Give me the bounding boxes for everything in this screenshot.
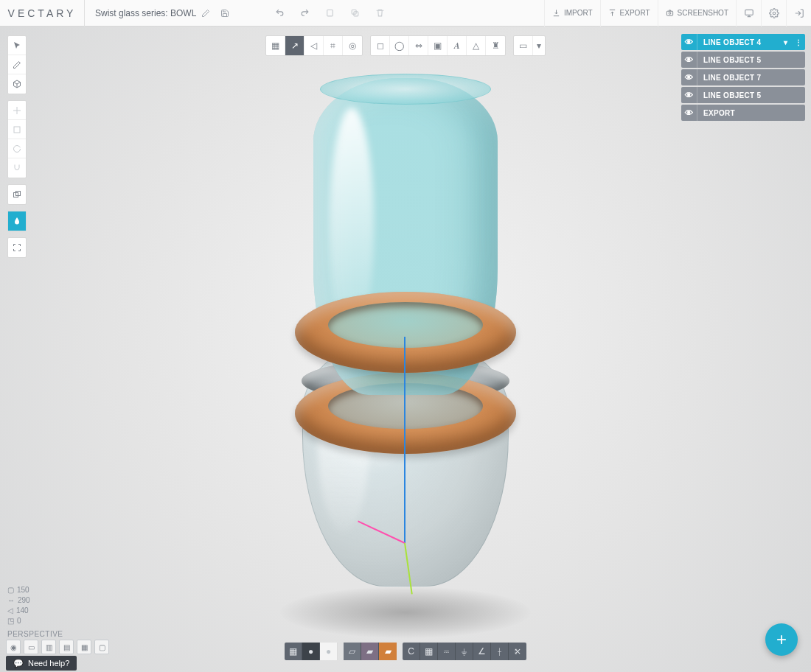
scene-row-3[interactable]: 👁 LINE OBJECT 5	[681, 87, 805, 103]
tc2-marquee[interactable]: ◻	[371, 36, 390, 55]
scale-tool[interactable]	[8, 120, 26, 139]
bc-group-3: C ▦ ⎓ ⏚ ∠ ⟊ ⤪	[403, 643, 526, 660]
pen-tool[interactable]	[8, 55, 26, 74]
left-tool-group-3	[7, 184, 27, 205]
viewport-3d[interactable]	[0, 27, 811, 672]
visibility-icon[interactable]: 👁	[681, 105, 697, 121]
save-icon[interactable]	[215, 4, 234, 23]
redo-icon[interactable]	[292, 0, 317, 27]
svg-point-4	[669, 13, 671, 15]
scene-panel: 👁 LINE OBJECT 4 ▾ ⋮ 👁 LINE OBJECT 5 👁 LI…	[681, 34, 805, 121]
projection-label: PERSPECTIVE	[7, 630, 63, 638]
bc-group-1: ▦ ● ●	[285, 643, 338, 660]
focus-tool[interactable]	[8, 238, 26, 257]
upload-icon	[608, 9, 616, 17]
scene-row-0[interactable]: 👁 LINE OBJECT 4 ▾ ⋮	[681, 34, 805, 50]
topbar: VECTARY Swist glass series: BOWL IMPORT …	[0, 0, 811, 27]
move-tool[interactable]	[8, 101, 26, 120]
svg-rect-5	[745, 10, 753, 15]
scene-row-4[interactable]: 👁 EXPORT	[681, 105, 805, 121]
display-icon[interactable]	[736, 0, 761, 27]
camera-icon	[666, 9, 674, 17]
tc1-wire-mode[interactable]: ⌗	[324, 36, 343, 55]
bc1-dark-sphere-icon[interactable]: ●	[302, 643, 320, 660]
bc1-grid-icon[interactable]: ▦	[285, 643, 302, 660]
tc2-link[interactable]: ⇔	[409, 36, 428, 55]
bc3-gridsnap-icon[interactable]: ▦	[420, 643, 438, 660]
bottom-center-toolbar: ▦ ● ● ▱ ▰ ▰ C ▦ ⎓ ⏚ ∠ ⟊ ⤪	[0, 643, 811, 660]
tc3-folder[interactable]: ▭	[514, 36, 533, 55]
bc3-attach-icon[interactable]: ⎓	[438, 643, 456, 660]
chevron-down-icon[interactable]: ▾	[779, 38, 792, 46]
scene-row-label: LINE OBJECT 5	[697, 56, 805, 64]
bc3-angle-icon[interactable]: ∠	[473, 643, 491, 660]
cut-icon[interactable]	[317, 0, 342, 27]
mesh-stats: ▢150 ↔290 ◁140 ◳0	[7, 585, 30, 626]
bc3-axis-icon[interactable]: ⤪	[509, 643, 526, 660]
project-title: Swist glass series: BOWL	[95, 8, 196, 18]
scene-row-label: EXPORT	[697, 109, 805, 117]
tc1-face-mode[interactable]: ◁	[304, 36, 324, 55]
ground-shadow	[280, 587, 531, 638]
left-tool-group-4	[7, 211, 27, 231]
axis-z	[404, 337, 406, 543]
stat-mats: 0	[17, 616, 21, 626]
svg-rect-0	[327, 10, 333, 16]
bc-group-2: ▱ ▰ ▰	[344, 643, 397, 660]
tc-group-3: ▭ ▾	[513, 35, 546, 56]
left-tool-group-2	[7, 100, 27, 178]
scene-row-1[interactable]: 👁 LINE OBJECT 5	[681, 52, 805, 68]
screenshot-button[interactable]: SCREENSHOT	[658, 0, 736, 27]
app-logo[interactable]: VECTARY	[0, 0, 85, 27]
visibility-icon[interactable]: 👁	[681, 52, 697, 68]
stat-tris: 140	[16, 606, 29, 616]
arrows-icon: ↔	[7, 595, 15, 606]
snap-tool[interactable]	[8, 158, 26, 178]
edit-title-icon[interactable]	[196, 4, 215, 23]
bc3-lock-icon[interactable]: ⏚	[456, 643, 473, 660]
logout-icon[interactable]	[786, 0, 811, 27]
scene-row-2[interactable]: 👁 LINE OBJECT 7	[681, 69, 805, 85]
copy-icon[interactable]	[342, 0, 367, 27]
material-tool[interactable]	[8, 211, 26, 231]
tc1-edge-mode[interactable]: ↗	[285, 36, 304, 55]
left-tool-group-5	[7, 237, 27, 258]
boolean-tool[interactable]	[8, 185, 26, 204]
svg-rect-3	[666, 11, 672, 15]
visibility-icon[interactable]: 👁	[681, 34, 697, 50]
tc2-text[interactable]: 𝑨	[448, 36, 467, 55]
bc3-curve-icon[interactable]: C	[403, 643, 420, 660]
screenshot-label: SCREENSHOT	[678, 9, 728, 17]
tc1-grid-toggle[interactable]: ▦	[266, 36, 285, 55]
bc2-brush-a-icon[interactable]: ▱	[344, 643, 361, 660]
tc2-lasso[interactable]: ◯	[390, 36, 409, 55]
bc2-brush-c-icon[interactable]: ▰	[379, 643, 397, 660]
svg-rect-7	[14, 127, 20, 133]
tc2-bbox[interactable]: ▣	[428, 36, 448, 55]
rotate-tool[interactable]	[8, 139, 26, 158]
tc3-chevron-down-icon[interactable]: ▾	[533, 36, 545, 55]
bc1-light-sphere-icon[interactable]: ●	[320, 643, 338, 660]
cube-tool[interactable]	[8, 74, 26, 94]
gear-icon[interactable]	[761, 0, 786, 27]
plus-icon: +	[776, 629, 787, 650]
import-button[interactable]: IMPORT	[544, 0, 600, 27]
bc3-measure-icon[interactable]: ⟊	[491, 643, 509, 660]
visibility-icon[interactable]: 👁	[681, 87, 697, 103]
tc-group-2: ◻ ◯ ⇔ ▣ 𝑨 △ ♜	[370, 35, 506, 56]
trash-icon[interactable]	[367, 0, 392, 27]
bc2-brush-b-icon[interactable]: ▰	[361, 643, 379, 660]
tc1-target-mode[interactable]: ◎	[343, 36, 362, 55]
scene-row-label: LINE OBJECT 5	[697, 91, 805, 99]
tc-group-1: ▦ ↗ ◁ ⌗ ◎	[265, 35, 363, 56]
tc2-warning[interactable]: △	[467, 36, 486, 55]
mats-icon: ◳	[7, 616, 14, 626]
visibility-icon[interactable]: 👁	[681, 69, 697, 85]
export-button[interactable]: EXPORT	[600, 0, 658, 27]
more-icon[interactable]: ⋮	[792, 38, 805, 46]
model-wood-ring-upper	[295, 292, 516, 373]
add-fab[interactable]: +	[765, 623, 798, 656]
left-toolbar	[7, 35, 27, 264]
undo-icon[interactable]	[267, 0, 292, 27]
tc2-tree[interactable]: ♜	[486, 36, 505, 55]
